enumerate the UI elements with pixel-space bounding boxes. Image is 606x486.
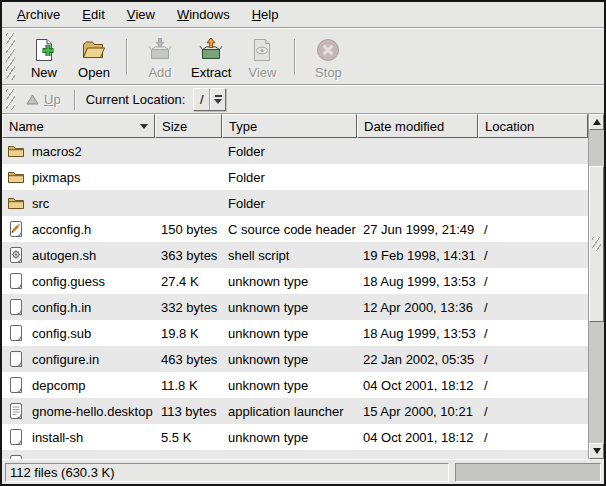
toolbar-button-label: New [31,65,57,80]
table-row[interactable]: macros2Folder [2,138,588,164]
table-row[interactable]: depcomp11.8 Kunknown type04 Oct 2001, 18… [2,372,588,398]
toolbar-open-button[interactable]: Open [69,31,119,83]
toolbar-separator [294,39,296,75]
toolbar-new-button[interactable]: New [19,31,69,83]
cell-location: / [478,300,588,315]
cell-size: 363 bytes [155,248,222,263]
toolbar-extract-button[interactable]: Extract [185,31,237,83]
column-header-size[interactable]: Size [155,114,222,138]
column-header-label: Date modified [364,119,444,134]
table-row[interactable]: autogen.sh363 bytesshell script19 Feb 19… [2,242,588,268]
toolbar: NewOpenAddExtractViewStop [2,28,604,85]
menu-help[interactable]: Help [241,2,290,27]
table-row[interactable]: acconfig.h150 bytesC source code header2… [2,216,588,242]
scroll-up-button[interactable] [589,114,604,130]
toolbar-drag-handle[interactable] [6,33,15,80]
table-rows: macros2FolderpixmapsFoldersrcFolderaccon… [2,138,588,459]
cell-date: 18 Aug 1999, 13:53 [357,274,478,289]
file-name: configure.in [32,352,99,367]
menu-view[interactable]: View [116,2,166,27]
current-location-value: / [194,89,210,110]
archive-manager-window: ArchiveEditViewWindowsHelp NewOpenAddExt… [0,0,606,486]
status-progress-panel [455,463,601,482]
cell-size: 150 bytes [155,222,222,237]
cell-name [2,450,155,459]
table-row[interactable]: config.sub19.8 Kunknown type18 Aug 1999,… [2,320,588,346]
cell-type: unknown type [222,378,357,393]
stop-icon [315,37,341,63]
cell-location [478,450,588,454]
cell-name: config.h.in [2,298,155,316]
cell-type: unknown type [222,326,357,341]
cell-type: Folder [222,144,357,159]
cell-size: 463 bytes [155,352,222,367]
folder-icon [7,168,25,186]
column-header-name[interactable]: Name [2,114,155,138]
cell-size: 27.4 K [155,274,222,289]
cell-location: / [478,352,588,367]
scroll-down-button[interactable] [589,443,604,459]
cell-name: src [2,194,155,212]
file-name: pixmaps [32,170,80,185]
table-row[interactable]: configure.in463 bytesunknown type22 Jan … [2,346,588,372]
combobox-dropdown-icon[interactable] [210,89,225,110]
cell-date: 22 Jan 2002, 05:35 [357,352,478,367]
location-bar: Up Current Location: / [2,85,604,114]
cell-location: / [478,404,588,419]
toolbar-add-button: Add [135,31,185,83]
location-bar-drag-handle[interactable] [6,89,15,110]
cell-type: unknown type [222,274,357,289]
new-archive-icon [31,37,57,63]
current-location-label: Current Location: [82,92,192,107]
file-list-area: NameSizeTypeDate modifiedLocation macros… [2,114,604,459]
column-header-label: Type [229,119,257,134]
cell-name: install-sh [2,428,155,446]
table-row[interactable]: config.h.in332 bytesunknown type12 Apr 2… [2,294,588,320]
cell-date: 04 Oct 2001, 18:12 [357,430,478,445]
column-header-label: Name [9,119,44,134]
toolbar-button-label: Open [78,65,110,80]
cell-location: / [478,430,588,445]
document-icon [7,324,25,342]
scrollbar-trough-top[interactable] [589,130,604,166]
cell-name: macros2 [2,142,155,160]
column-header-label: Location [485,119,534,134]
view-file-icon [249,37,275,63]
cell-name: pixmaps [2,168,155,186]
cell-date: 19 Feb 1998, 14:31 [357,248,478,263]
table-row[interactable]: gnome-hello.desktop113 bytesapplication … [2,398,588,424]
cell-name: gnome-hello.desktop [2,402,155,420]
scrollbar-trough-bottom[interactable] [589,322,604,443]
column-header-date-modified[interactable]: Date modified [357,114,478,138]
file-name: autogen.sh [32,248,96,263]
add-files-icon [147,37,173,63]
cell-size: 11.8 K [155,378,222,393]
table-row[interactable]: config.guess27.4 Kunknown type18 Aug 199… [2,268,588,294]
cell-type: C source code header [222,222,357,237]
table-row[interactable]: install-sh5.5 Kunknown type04 Oct 2001, … [2,424,588,450]
cell-date: 04 Oct 2001, 18:12 [357,378,478,393]
scroll-up-icon [593,119,601,125]
current-location-combobox[interactable]: / [193,88,226,111]
cell-type: shell script [222,248,357,263]
document-icon [7,376,25,394]
table-row[interactable]: pixmapsFolder [2,164,588,190]
toolbar-button-label: Extract [191,65,231,80]
scrollbar-thumb[interactable] [589,166,604,322]
cell-type [222,450,357,454]
menu-archive[interactable]: Archive [6,2,71,27]
cell-name: autogen.sh [2,246,155,264]
file-name: macros2 [32,144,82,159]
cell-date [357,450,478,454]
folder-icon [7,194,25,212]
cell-type: application launcher [222,404,357,419]
column-header-type[interactable]: Type [222,114,357,138]
menu-windows[interactable]: Windows [166,2,241,27]
column-header-label: Size [162,119,187,134]
column-header-location[interactable]: Location [478,114,588,138]
file-name: src [32,196,49,211]
file-name: config.h.in [32,300,91,315]
table-row[interactable]: srcFolder [2,190,588,216]
vertical-scrollbar[interactable] [588,114,604,459]
menu-edit[interactable]: Edit [71,2,115,27]
